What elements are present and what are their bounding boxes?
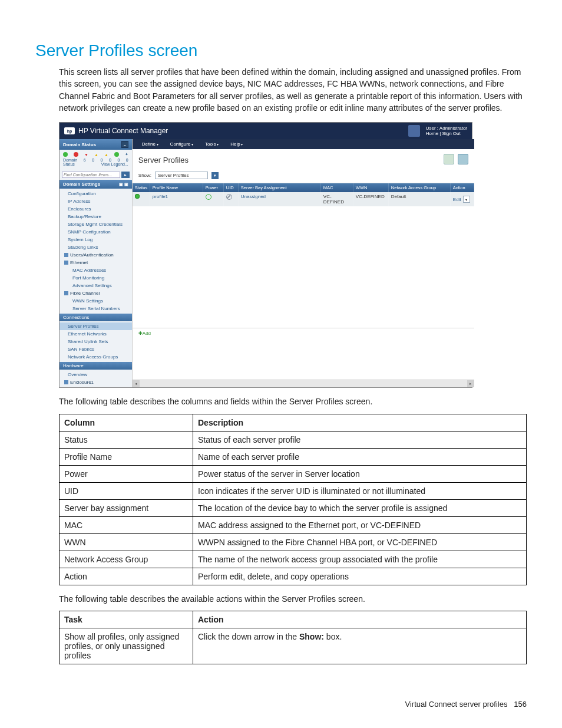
- edit-link[interactable]: Edit: [453, 197, 461, 202]
- header-status[interactable]: Status: [133, 183, 150, 192]
- header-action[interactable]: Action: [451, 183, 474, 192]
- sidebar-item-ip-address[interactable]: IP Address: [59, 197, 132, 205]
- domain-status-label: Domain Status: [63, 142, 96, 147]
- menu-define[interactable]: Define: [136, 140, 164, 148]
- col-cell: UID: [59, 482, 193, 499]
- sidebar-item-backup-restore[interactable]: Backup/Restore: [59, 213, 132, 220]
- count-3: 0: [109, 158, 111, 162]
- sidebar-item-users-auth[interactable]: Users/Authentication: [59, 251, 132, 259]
- scroll-right-icon[interactable]: ▸: [467, 380, 474, 387]
- sidebar-item-ethernet-networks[interactable]: Ethernet Networks: [59, 330, 132, 338]
- col-cell: WWN: [59, 533, 193, 551]
- cell-bay[interactable]: Unassigned: [239, 192, 321, 206]
- cell-status: [133, 192, 150, 206]
- col-cell: Status: [59, 431, 193, 448]
- domain-settings-label: Domain Settings: [63, 182, 100, 187]
- header-uid[interactable]: UID: [224, 183, 239, 192]
- sidebar-item-mac-addresses[interactable]: MAC Addresses: [59, 266, 132, 274]
- status-caution-icon: ▲: [104, 153, 108, 157]
- sidebar-connections-header[interactable]: Connections: [59, 314, 132, 321]
- collapse-icon[interactable]: –: [121, 141, 128, 148]
- header-power[interactable]: Power: [203, 183, 224, 192]
- sidebar-item-overview[interactable]: Overview: [59, 371, 132, 378]
- show-dropdown-arrow-icon[interactable]: ▾: [211, 172, 219, 179]
- cell-power: [203, 192, 224, 206]
- menu-bar: Define Configure Tools Help: [133, 139, 474, 149]
- horizontal-scrollbar[interactable]: ◂ ▸: [133, 380, 474, 387]
- home-signout-links[interactable]: Home | Sign Out: [426, 131, 467, 137]
- sidebar-item-configuration[interactable]: Configuration: [59, 190, 132, 197]
- add-button[interactable]: Add: [138, 331, 151, 336]
- scroll-left-icon[interactable]: ◂: [133, 380, 140, 387]
- sidebar-item-stacking-links[interactable]: Stacking Links: [59, 243, 132, 251]
- menu-configure[interactable]: Configure: [164, 140, 199, 148]
- header-profile-name[interactable]: Profile Name: [150, 183, 203, 192]
- status-icon-block: ▼ ▲ ▲ ✦ Domain 6 0 0 0 0 0 Status: [59, 150, 132, 170]
- sidebar-item-snmp[interactable]: SNMP Configuration: [59, 228, 132, 236]
- sidebar-domain-settings-header[interactable]: Domain Settings ▣ ▣: [59, 180, 132, 189]
- tasks-header-action: Action: [193, 611, 527, 628]
- header-mac[interactable]: MAC: [321, 183, 353, 192]
- search-go-button[interactable]: ▸: [121, 172, 130, 178]
- menu-tools[interactable]: Tools: [199, 140, 224, 148]
- sidebar-item-network-access-groups[interactable]: Network Access Groups: [59, 353, 132, 361]
- col-cell: Action: [59, 568, 193, 585]
- header-nag[interactable]: Network Access Group: [389, 183, 451, 192]
- action-dropdown-icon[interactable]: ▾: [463, 196, 470, 203]
- sidebar-item-enclosures[interactable]: Enclosures: [59, 205, 132, 213]
- header-wwn[interactable]: WWN: [353, 183, 389, 192]
- task-action-cell: Click the down arrow in the Show: box.: [193, 628, 527, 664]
- col-cell: Power: [59, 465, 193, 482]
- cell-profile-name[interactable]: profile1: [150, 192, 203, 206]
- app-header: hp HP Virtual Connect Manager User : Adm…: [59, 123, 472, 139]
- tasks-header-task: Task: [59, 611, 193, 628]
- sidebar-item-fibre-channel[interactable]: Fibre Channel: [59, 289, 132, 297]
- col-cell: WWPN assigned to the Fibre Channel HBA p…: [193, 533, 527, 551]
- sidebar-item-san-fabrics[interactable]: SAN Fabrics: [59, 345, 132, 353]
- sidebar-item-shared-uplink[interactable]: Shared Uplink Sets: [59, 338, 132, 345]
- sidebar-item-advanced-settings[interactable]: Advanced Settings: [59, 282, 132, 289]
- sidebar-search: ▸: [59, 170, 132, 180]
- tasks-intro: The following table describes the availa…: [59, 594, 527, 605]
- user-label: User : Administrator: [426, 126, 467, 131]
- col-cell: Status of each server profile: [193, 431, 527, 448]
- sidebar-item-ethernet[interactable]: Ethernet: [59, 259, 132, 266]
- cell-wwn: VC-DEFINED: [353, 192, 389, 206]
- col-cell: Server bay assignment: [59, 499, 193, 516]
- menu-help[interactable]: Help: [224, 140, 249, 148]
- status-word: Status: [63, 162, 75, 166]
- grid-header: Status Profile Name Power UID Server Bay…: [133, 183, 474, 192]
- sidebar-item-server-serial[interactable]: Server Serial Numbers: [59, 305, 132, 312]
- page-title: Server Profiles screen: [35, 41, 527, 60]
- sidebar-item-server-profiles[interactable]: Server Profiles: [59, 322, 132, 330]
- cell-mac: VC-DEFINED: [321, 192, 353, 206]
- columns-header-column: Column: [59, 414, 193, 431]
- sidebar-item-system-log[interactable]: System Log: [59, 236, 132, 243]
- expand-icons[interactable]: ▣ ▣: [119, 182, 128, 187]
- sidebar-item-storage-mgmt[interactable]: Storage Mgmt Credentials: [59, 220, 132, 228]
- intro-paragraph: This screen lists all server profiles th…: [59, 66, 527, 114]
- col-cell: The location of the device bay to which …: [193, 499, 527, 516]
- sidebar: Domain Status – ▼ ▲ ▲ ✦ Domain 6 0 0: [59, 139, 133, 387]
- columns-header-description: Description: [193, 414, 527, 431]
- help-icon[interactable]: [458, 154, 468, 164]
- print-icon[interactable]: [444, 154, 454, 164]
- sidebar-domain-status-header[interactable]: Domain Status –: [59, 139, 132, 150]
- status-warning-icon: ▲: [94, 153, 98, 157]
- col-cell: Name of each server profile: [193, 448, 527, 465]
- sidebar-item-port-monitoring[interactable]: Port Monitoring: [59, 274, 132, 282]
- sidebar-hardware-header[interactable]: Hardware: [59, 362, 132, 370]
- columns-intro: The following table describes the column…: [59, 396, 527, 408]
- sidebar-item-enclosure1[interactable]: Enclosure1: [59, 378, 132, 386]
- show-select[interactable]: Server Profiles: [155, 172, 208, 179]
- sidebar-item-wwn-settings[interactable]: WWN Settings: [59, 297, 132, 305]
- status-ok-icon: [135, 194, 140, 199]
- status-error-icon: [74, 152, 78, 157]
- header-bay[interactable]: Server Bay Assignment: [239, 183, 321, 192]
- col-cell: Network Access Group: [59, 551, 193, 568]
- main-title: Server Profiles: [138, 156, 189, 164]
- col-cell: Icon indicates if the server UID is illu…: [193, 482, 527, 499]
- cell-action: Edit ▾: [451, 192, 474, 206]
- view-legend-link[interactable]: View Legend...: [101, 162, 128, 166]
- search-input[interactable]: [62, 172, 120, 178]
